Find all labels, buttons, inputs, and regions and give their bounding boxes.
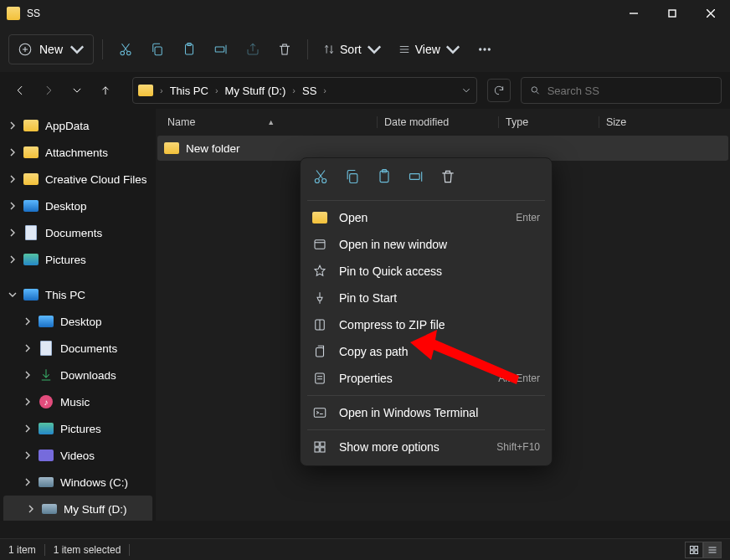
svg-rect-25 [315, 448, 319, 452]
label: Documents [60, 342, 117, 355]
view-label: View [415, 43, 440, 56]
label: Desktop [60, 316, 102, 328]
breadcrumb-folder[interactable]: SS [302, 85, 316, 97]
sidebar-item-tp-videos[interactable]: Videos [0, 442, 156, 469]
col-name[interactable]: Name▲ [167, 116, 377, 128]
chevron-right-icon[interactable]: › [157, 85, 167, 95]
address-bar[interactable]: › This PC › My Stuff (D:) › SS › [132, 77, 477, 104]
delete-button[interactable] [270, 34, 299, 64]
sidebar-item-tp-documents[interactable]: Documents [0, 335, 156, 362]
ctx-cut-button[interactable] [312, 168, 329, 188]
forward-button[interactable] [37, 79, 60, 102]
sidebar-item-desktop[interactable]: Desktop [0, 193, 156, 219]
more-icon [312, 439, 327, 455]
maximize-button[interactable] [653, 0, 691, 27]
recent-button[interactable] [65, 79, 89, 102]
sidebar-item-creative[interactable]: Creative Cloud Files [0, 166, 156, 193]
folder-icon [138, 85, 153, 96]
chevron-down-icon[interactable] [461, 85, 471, 95]
separator [307, 395, 545, 396]
col-size[interactable]: Size [599, 116, 666, 128]
paste-button[interactable] [175, 34, 203, 64]
ctx-pin-quick[interactable]: Pin to Quick access [301, 258, 552, 285]
new-label: New [39, 43, 63, 56]
folder-icon [312, 212, 327, 223]
sidebar-item-pictures[interactable]: Pictures [0, 246, 156, 273]
ctx-delete-button[interactable] [440, 168, 456, 188]
sidebar-item-tp-desktop[interactable]: Desktop [0, 308, 156, 335]
svg-rect-26 [321, 448, 325, 452]
svg-point-10 [488, 49, 490, 50]
svg-rect-24 [321, 442, 325, 446]
column-headers: Name▲ Date modified Type Size [156, 109, 730, 136]
chevron-right-icon[interactable]: › [289, 85, 299, 95]
separator [307, 429, 545, 430]
sidebar-item-thispc[interactable]: This PC [0, 281, 156, 308]
up-button[interactable] [94, 79, 117, 102]
chevron-right-icon[interactable]: › [320, 85, 330, 95]
breadcrumb-drive[interactable]: My Stuff (D:) [225, 85, 286, 97]
cut-button[interactable] [111, 34, 140, 64]
view-details-button[interactable] [703, 542, 722, 558]
new-button[interactable]: New [8, 34, 94, 64]
share-button[interactable] [239, 34, 267, 64]
breadcrumb-thispc[interactable]: This PC [170, 85, 208, 97]
ctx-paste-button[interactable] [376, 168, 393, 188]
chevron-right-icon[interactable]: › [212, 85, 222, 95]
sort-asc-icon: ▲ [267, 118, 275, 126]
properties-icon [312, 371, 327, 386]
search-input[interactable] [548, 85, 712, 97]
sidebar-item-tp-downloads[interactable]: Downloads [0, 362, 156, 388]
more-button[interactable] [470, 34, 499, 64]
ctx-open-new-window[interactable]: Open in new window [301, 231, 552, 258]
col-date[interactable]: Date modified [377, 116, 498, 128]
sidebar-item-appdata[interactable]: AppData [0, 112, 156, 139]
ctx-open-terminal[interactable]: Open in Windows Terminal [301, 399, 552, 426]
search-icon [530, 85, 541, 96]
search-box[interactable] [521, 77, 722, 104]
refresh-button[interactable] [487, 79, 511, 102]
sidebar-item-tp-pictures[interactable]: Pictures [0, 415, 156, 442]
sort-button[interactable]: Sort [316, 34, 388, 64]
context-menu: OpenEnter Open in new window Pin to Quic… [300, 157, 553, 466]
svg-rect-28 [691, 546, 694, 549]
label: Desktop [45, 200, 87, 213]
svg-rect-22 [314, 408, 326, 418]
label: Creative Cloud Files [45, 173, 147, 186]
svg-rect-31 [695, 550, 698, 553]
ctx-compress[interactable]: Compress to ZIP file [301, 311, 552, 338]
ctx-rename-button[interactable] [408, 168, 424, 188]
folder-icon [164, 142, 179, 154]
svg-rect-21 [316, 373, 325, 383]
ctx-copy-path[interactable]: Copy as path [301, 338, 552, 365]
sidebar-item-tp-music[interactable]: ♪Music [0, 388, 156, 415]
view-button[interactable]: View [392, 34, 467, 64]
sort-label: Sort [340, 43, 362, 56]
svg-rect-18 [315, 240, 325, 249]
rename-button[interactable] [207, 34, 235, 64]
sidebar-item-attachments[interactable]: Attachments [0, 139, 156, 166]
ctx-properties[interactable]: PropertiesAlt+Enter [301, 365, 552, 392]
ctx-open[interactable]: OpenEnter [301, 204, 552, 231]
ctx-pin-start[interactable]: Pin to Start [301, 285, 552, 311]
address-bar-row: › This PC › My Stuff (D:) › SS › [0, 72, 730, 109]
ctx-show-more[interactable]: Show more optionsShift+F10 [301, 434, 552, 460]
toolbar: New Sort View [0, 27, 730, 72]
copy-button[interactable] [143, 34, 172, 64]
sidebar-item-documents[interactable]: Documents [0, 219, 156, 246]
back-button[interactable] [8, 79, 32, 102]
ctx-copy-button[interactable] [344, 168, 361, 188]
window-title: SS [27, 8, 40, 19]
close-button[interactable] [691, 0, 730, 27]
window-icon [312, 237, 327, 252]
sidebar-item-tp-c[interactable]: Windows (C:) [0, 469, 156, 496]
title-bar: SS [0, 0, 730, 27]
svg-rect-7 [215, 47, 224, 52]
sidebar-item-tp-d[interactable]: My Stuff (D:) [3, 496, 152, 521]
view-thumbnails-button[interactable] [685, 542, 703, 558]
separator [307, 200, 545, 201]
svg-rect-20 [316, 348, 324, 357]
star-icon [312, 264, 327, 279]
col-type[interactable]: Type [498, 116, 599, 128]
minimize-button[interactable] [614, 0, 653, 27]
